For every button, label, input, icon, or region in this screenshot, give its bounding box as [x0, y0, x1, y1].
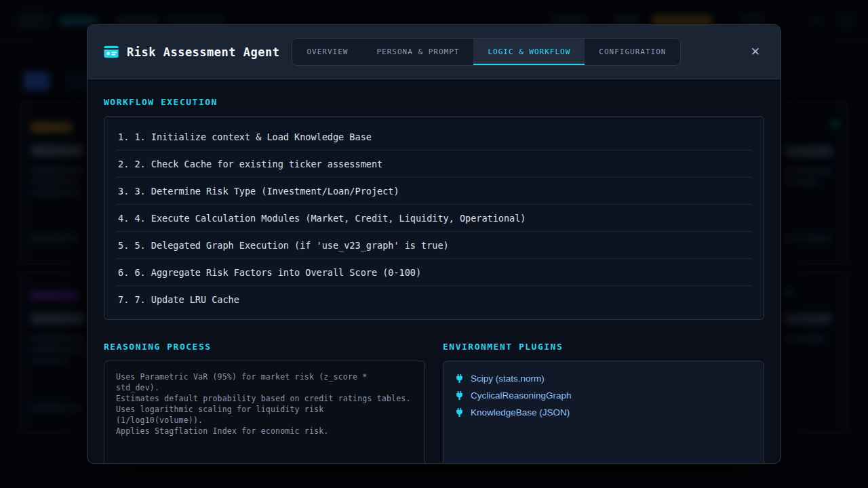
plugin-label: CyclicalReasoningGraph — [471, 390, 572, 401]
plugin-item[interactable]: CyclicalReasoningGraph — [455, 387, 752, 404]
id-card-icon — [104, 45, 119, 58]
plug-icon — [455, 407, 464, 418]
tab[interactable]: LOGIC & WORKFLOW — [473, 39, 585, 65]
reasoning-column: REASONING PROCESS Uses Parametric VaR (9… — [104, 342, 425, 464]
workflow-steps-list: 1. Initialize context & Load Knowledge B… — [117, 123, 751, 312]
reasoning-section-heading: REASONING PROCESS — [104, 342, 425, 352]
workflow-section-heading: WORKFLOW EXECUTION — [104, 97, 764, 107]
workflow-box: 1. Initialize context & Load Knowledge B… — [104, 116, 764, 320]
tab-bar: OVERVIEW PERSONA & PROMPT LOGIC & WORKFL… — [292, 38, 681, 66]
workflow-step: 4. Execute Calculation Modules (Market, … — [117, 205, 751, 232]
modal-body: WORKFLOW EXECUTION 1. Initialize context… — [87, 79, 781, 464]
tab[interactable]: PERSONA & PROMPT — [362, 39, 473, 65]
plugin-label: KnowledgeBase (JSON) — [471, 407, 570, 418]
plugins-list: Scipy (stats.norm) CyclicalReasoningGrap… — [455, 370, 752, 421]
close-icon: ✕ — [751, 45, 760, 58]
detail-columns: REASONING PROCESS Uses Parametric VaR (9… — [104, 342, 764, 464]
workflow-step: 7. Update LRU Cache — [117, 286, 751, 312]
workflow-step: 3. Determine Risk Type (Investment/Loan/… — [117, 178, 751, 205]
modal-header: Risk Assessment Agent OVERVIEW PERSONA &… — [87, 25, 781, 79]
plugins-box: Scipy (stats.norm) CyclicalReasoningGrap… — [443, 361, 764, 464]
plug-icon — [455, 390, 464, 401]
workflow-step: 5. Delegated Graph Execution (if 'use_v2… — [117, 232, 751, 259]
tab[interactable]: OVERVIEW — [292, 39, 362, 65]
reasoning-textarea[interactable]: Uses Parametric VaR (95%) for market ris… — [104, 361, 425, 464]
modal-title: Risk Assessment Agent — [127, 45, 279, 59]
workflow-step: 1. Initialize context & Load Knowledge B… — [117, 123, 751, 150]
plug-icon — [455, 373, 464, 384]
agent-details-modal: Risk Assessment Agent OVERVIEW PERSONA &… — [87, 24, 781, 464]
plugin-label: Scipy (stats.norm) — [471, 373, 545, 384]
plugins-column: ENVIRONMENT PLUGINS Scipy (stats — [443, 342, 764, 464]
workflow-step: 2. Check Cache for existing ticker asses… — [117, 150, 751, 178]
plugin-item[interactable]: KnowledgeBase (JSON) — [455, 404, 752, 421]
plugins-section-heading: ENVIRONMENT PLUGINS — [443, 342, 764, 352]
tab[interactable]: CONFIGURATION — [585, 39, 680, 65]
workflow-step: 6. Aggregate Risk Factors into Overall S… — [117, 259, 751, 286]
plugin-item[interactable]: Scipy (stats.norm) — [455, 370, 752, 387]
close-button[interactable]: ✕ — [747, 43, 764, 60]
